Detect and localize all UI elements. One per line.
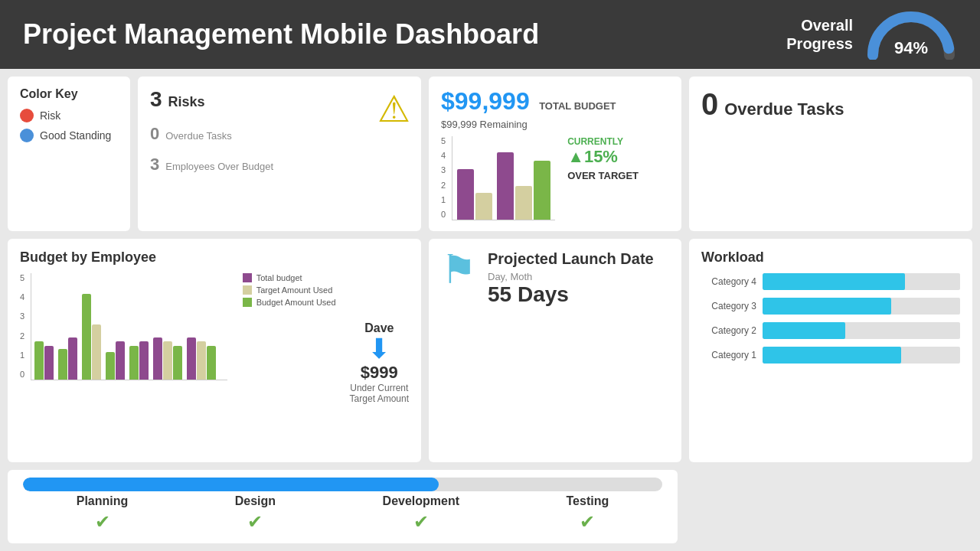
currently-label: CURRENTLY: [567, 136, 639, 147]
emp-bar-used7: [207, 346, 216, 380]
over-target-label: OVER TARGET: [567, 170, 639, 181]
budget-bar-group2: [497, 152, 550, 220]
phase-card: Planning ✔ Design ✔ Development ✔ Testin…: [8, 470, 678, 543]
emp-legend: Total budget Target Amount Used Budget A…: [243, 273, 336, 452]
emp-bar-target6: [163, 341, 172, 380]
budget-bar-total2: [497, 152, 514, 220]
good-label: Good Standing: [40, 129, 111, 142]
overdue-count: 0: [150, 124, 159, 144]
emp-bar-target3: [92, 324, 101, 380]
legend-used: Budget Amount Used: [243, 298, 336, 307]
phase-spacer: [685, 470, 972, 543]
dave-section: Dave ⬇ $999 Under CurrentTarget Amount: [350, 273, 409, 452]
phase-name-testing: Testing: [567, 494, 609, 508]
color-key-risk: Risk: [20, 109, 118, 122]
launch-header: ⚑ Projected Launch Date Day, Moth 55 Day…: [441, 249, 669, 307]
dave-amount: $999: [361, 363, 398, 383]
workload-row-4: Category 4: [701, 273, 960, 290]
phase-check-testing: ✔: [580, 511, 595, 533]
phase-check-development: ✔: [413, 511, 429, 533]
phase-design: Design ✔: [235, 494, 276, 533]
emp-bar-used4: [106, 352, 115, 380]
risk-label: Risk: [40, 109, 60, 122]
launch-info: Projected Launch Date Day, Moth 55 Days: [488, 249, 669, 307]
phase-development: Development ✔: [383, 494, 459, 533]
workload-bar-fill-2: [763, 322, 845, 339]
flag-icon: ⚑: [441, 249, 477, 289]
legend-target: Target Amount Used: [243, 285, 336, 295]
main-content: Color Key Risk Good Standing 3 Risks 0 O…: [0, 69, 980, 551]
emp-bar-used: [34, 341, 44, 380]
phase-check-design: ✔: [247, 511, 263, 533]
progress-bar-fill: [23, 478, 439, 491]
risks-card: 3 Risks 0 Overdue Tasks 3 Employees Over…: [138, 77, 421, 231]
budget-card: $99,999 TOTAL BUDGET $99,999 Remaining 0…: [429, 77, 681, 231]
gauge: 94%: [865, 9, 957, 60]
emp-bar-total4: [116, 341, 125, 380]
phases-list: Planning ✔ Design ✔ Development ✔ Testin…: [23, 494, 662, 533]
phase-row: Planning ✔ Design ✔ Development ✔ Testin…: [8, 470, 972, 543]
budget-bar-target1: [475, 193, 492, 220]
workload-label-4: Category 4: [701, 276, 756, 287]
launch-days: 55 Days: [488, 282, 669, 307]
color-key-good: Good Standing: [20, 129, 118, 142]
phase-testing: Testing ✔: [567, 494, 609, 533]
emp-bar-target7: [197, 341, 206, 380]
middle-col: ⚑ Projected Launch Date Day, Moth 55 Day…: [429, 239, 681, 462]
emp-bar-used6: [173, 346, 182, 380]
row1: Color Key Risk Good Standing 3 Risks 0 O…: [8, 77, 972, 231]
warning-icon: ⚠: [377, 87, 410, 130]
good-dot: [20, 129, 34, 142]
dave-sub: Under CurrentTarget Amount: [350, 383, 409, 404]
progress-label: OverallProgress: [786, 16, 853, 53]
budget-bar-total1: [457, 169, 474, 220]
currently-section: CURRENTLY ▲15% OVER TARGET: [567, 136, 639, 220]
legend-total-label: Total budget: [256, 273, 302, 282]
workload-row-1: Category 1: [701, 347, 960, 364]
budget-amount: $99,999: [441, 87, 530, 115]
overdue-tasks-count: 0: [701, 87, 718, 122]
overdue-tasks-row: 0 Overdue Tasks: [701, 87, 960, 122]
emp-bar-total6: [153, 337, 162, 380]
legend-total-box: [243, 273, 252, 282]
gauge-value: 94%: [894, 38, 928, 58]
over-budget-row: 3 Employees Over Budget: [150, 155, 409, 174]
workload-bar-fill-4: [763, 273, 905, 290]
emp-group2: [58, 337, 77, 380]
emp-bar-total7: [187, 337, 196, 380]
row2: Budget by Employee 0 1 2 3 4 5: [8, 239, 972, 462]
progress-section: OverallProgress 94%: [786, 9, 957, 60]
workload-label-2: Category 2: [701, 325, 756, 336]
workload-bars: Category 4 Category 3 Category 2: [701, 273, 960, 364]
emp-bars: [31, 273, 227, 380]
color-key-title: Color Key: [20, 87, 118, 101]
emp-group4: [106, 341, 125, 380]
workload-row-2: Category 2: [701, 322, 960, 339]
launch-date-card: ⚑ Projected Launch Date Day, Moth 55 Day…: [429, 239, 681, 462]
emp-bar-used5: [129, 346, 139, 380]
risk-dot: [20, 109, 34, 122]
emp-group5: [129, 341, 149, 380]
workload-label-3: Category 3: [701, 301, 756, 311]
emp-group7: [187, 337, 216, 380]
budget-label: TOTAL BUDGET: [539, 100, 616, 112]
emp-group6: [153, 337, 182, 380]
workload-row-3: Category 3: [701, 298, 960, 315]
workload-bar-bg-2: [763, 322, 960, 339]
emp-bar-used2: [58, 349, 67, 380]
emp-y-axis: 0 1 2 3 4 5: [20, 273, 24, 380]
overdue-tasks-label: Overdue Tasks: [165, 130, 231, 142]
dave-arrow: ⬇: [368, 335, 390, 363]
launch-date-label: Day, Moth: [488, 271, 669, 282]
budget-bar-used2: [534, 161, 550, 220]
overdue-tasks-text: Overdue Tasks: [724, 99, 844, 119]
workload-bar-fill-3: [763, 298, 891, 315]
color-key-card: Color Key Risk Good Standing: [8, 77, 130, 231]
legend-target-box: [243, 285, 252, 295]
risks-label: Risks: [168, 94, 205, 110]
phase-name-development: Development: [383, 494, 459, 508]
workload-bar-fill-1: [763, 347, 901, 364]
phase-planning: Planning ✔: [77, 494, 129, 533]
workload-bar-bg-1: [763, 347, 960, 364]
workload-label-1: Category 1: [701, 350, 756, 360]
